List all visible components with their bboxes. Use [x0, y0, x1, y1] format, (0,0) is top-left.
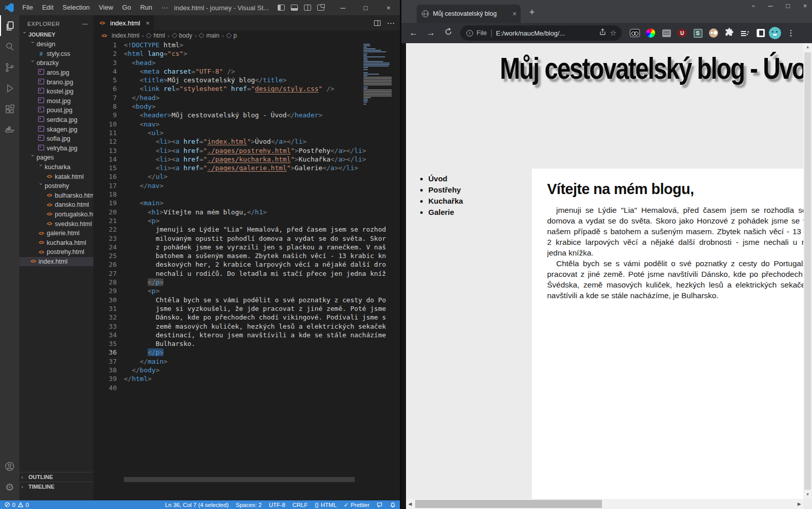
code-line-3[interactable]: 3 <head> — [93, 58, 400, 67]
scroll-right-icon[interactable]: ▶ — [795, 499, 803, 509]
tree-item-postrehy-html[interactable]: <>postrehy.html — [19, 247, 93, 257]
page-nav-link-postrehy[interactable]: Postřehy — [428, 185, 463, 194]
explorer-actions-icon[interactable]: ⋯ — [82, 21, 88, 27]
menu-go[interactable]: Go — [118, 0, 136, 15]
indent-setting[interactable]: Spaces: 2 — [236, 502, 262, 508]
code-line-32[interactable]: 32 Dánsko, kde po přechodech chodí vikin… — [93, 313, 400, 322]
timeline-section[interactable]: › TIMELINE — [19, 482, 93, 491]
source-control-icon[interactable] — [0, 57, 19, 78]
tree-item-design[interactable]: ›design — [19, 40, 93, 49]
tree-item-poust-jpg[interactable]: poust.jpg — [19, 106, 93, 115]
horizontal-scroll-thumb[interactable] — [415, 500, 602, 508]
share-icon[interactable] — [599, 28, 606, 38]
tree-item-katak-html[interactable]: <>katak.html — [19, 172, 93, 181]
code-line-23[interactable]: 23 milovaným opustit pohodlí domova a vy… — [93, 234, 400, 243]
vscode-maximize-button[interactable]: □ — [354, 0, 377, 15]
code-line-39[interactable]: 39</html> — [93, 374, 400, 383]
new-tab-button[interactable]: + — [529, 7, 535, 18]
code-line-22[interactable]: 22 jmenuji se Lýdie "Lia" Hemalová, před… — [93, 225, 400, 234]
extension-frame-icon[interactable] — [756, 28, 766, 38]
tree-item-obrazky[interactable]: ›obrazky — [19, 58, 93, 68]
explorer-icon[interactable] — [0, 15, 19, 36]
browser-maximize-button[interactable]: □ — [786, 2, 790, 10]
menu-selection[interactable]: Selection — [58, 0, 94, 15]
toggle-secondary-sidebar-icon[interactable] — [304, 5, 311, 11]
code-line-36[interactable]: 36 </p> — [93, 348, 400, 357]
code-line-31[interactable]: 31 jsme si vyzkoušeli, že jde pracovat z… — [93, 304, 400, 313]
browser-tab-close-icon[interactable]: × — [513, 10, 517, 18]
split-editor-icon[interactable] — [374, 20, 381, 26]
run-debug-icon[interactable] — [0, 78, 19, 99]
menu-file[interactable]: File — [18, 0, 38, 15]
code-line-12[interactable]: 12 <li><a href="index.html">Úvod</a></li… — [93, 137, 400, 146]
site-info-icon[interactable]: i — [466, 30, 473, 37]
feedback-icon[interactable] — [377, 502, 383, 508]
tree-item-sofia-jpg[interactable]: sofia.jpg — [19, 134, 93, 144]
errors-icon[interactable] — [4, 502, 10, 508]
tree-item-aros-jpg[interactable]: aros.jpg — [19, 68, 93, 78]
menu-view[interactable]: View — [94, 0, 118, 15]
breadcrumb-html[interactable]: html — [146, 32, 165, 39]
code-line-15[interactable]: 15 <li><a href="./pages/galerie.html">Ga… — [93, 164, 400, 172]
tree-item-galerie-html[interactable]: <>galerie.html — [19, 229, 93, 238]
extension-goggles-icon[interactable] — [630, 28, 640, 38]
breadcrumb-body[interactable]: body — [172, 32, 192, 39]
breadcrumb-p[interactable]: p — [226, 32, 237, 39]
tree-item-velryba-jpg[interactable]: velryba.jpg — [19, 144, 93, 153]
browser-minimize-button[interactable]: ─ — [768, 2, 772, 10]
code-line-30[interactable]: 30 Chtěla bych se s vámi podělit o své p… — [93, 296, 400, 304]
code-line-4[interactable]: 4 <meta charset="UTF-8" /> — [93, 67, 400, 76]
code-line-6[interactable]: 6 <link rel="stylesheet" href="design/st… — [93, 84, 400, 93]
extension-monkey-icon[interactable] — [708, 28, 719, 38]
code-line-8[interactable]: 8 <body> — [93, 102, 400, 111]
tree-item-portugalsko-html[interactable]: <>portugalsko.html — [19, 210, 93, 219]
code-line-40[interactable]: 40 — [93, 384, 400, 392]
tree-item-kucharka-html[interactable]: <>kucharka.html — [19, 238, 93, 247]
code-line-24[interactable]: 24 z pohádek jsme se vyrazili jen s plac… — [93, 243, 400, 251]
eol-setting[interactable]: CRLF — [292, 502, 308, 508]
extension-color-wheel-icon[interactable] — [646, 28, 656, 38]
tab-index-html[interactable]: <> index.html × — [93, 15, 154, 30]
forward-button[interactable]: → — [424, 28, 438, 38]
scroll-left-icon[interactable]: ◀ — [406, 499, 414, 509]
tree-item-kostel-jpg[interactable]: kostel.jpg — [19, 87, 93, 97]
warnings-count[interactable]: 0 — [25, 502, 28, 508]
browser-menu-kebab-icon[interactable]: ⋮ — [787, 28, 795, 38]
code-line-33[interactable]: 33 země masových kuliček, hezkých lesů a… — [93, 322, 400, 331]
cursor-position[interactable]: Ln 36, Col 7 (4 selected) — [165, 502, 228, 508]
code-editor[interactable]: 1<!DOCTYPE html>2<html lang="cs">3 <head… — [93, 41, 400, 500]
encoding[interactable]: UTF-8 — [269, 502, 286, 508]
code-line-38[interactable]: 38 </body> — [93, 366, 400, 374]
tree-item-index-html[interactable]: <>index.html — [19, 257, 93, 267]
tree-item-serdica-jpg[interactable]: serdica.jpg — [19, 115, 93, 125]
extension-stylus-icon[interactable]: S — [693, 28, 703, 38]
vertical-scroll-thumb[interactable] — [804, 52, 811, 490]
tree-root-journey[interactable]: › JOURNEY — [19, 29, 93, 40]
scroll-down-icon[interactable]: ▼ — [803, 491, 812, 499]
tree-item-svedsko-html[interactable]: <>svedsko.html — [19, 219, 93, 229]
notifications-bell-icon[interactable] — [390, 502, 396, 508]
code-line-27[interactable]: 27 nechali u rodičů. Do letadla mi stačí… — [93, 269, 400, 278]
browser-tab[interactable]: Můj cestovatelský blog × — [417, 5, 521, 23]
breadcrumb-main[interactable]: main — [199, 32, 219, 39]
code-line-29[interactable]: 29 <p> — [93, 287, 400, 295]
scroll-up-icon[interactable]: ▲ — [803, 43, 812, 51]
vscode-close-button[interactable]: × — [377, 0, 400, 15]
code-line-26[interactable]: 26 deskových her, 2 krabice larpových vě… — [93, 260, 400, 269]
tab-close-icon[interactable]: × — [146, 19, 150, 27]
extension-puzzle-icon[interactable] — [724, 28, 734, 38]
language-mode[interactable]: {} HTML — [315, 502, 336, 508]
page-nav-link-uvod[interactable]: Úvod — [428, 174, 463, 183]
tree-item-styly-css[interactable]: #styly.css — [19, 49, 93, 59]
code-line-2[interactable]: 2<html lang="cs"> — [93, 49, 400, 58]
vscode-minimize-button[interactable]: ─ — [331, 0, 354, 15]
tab-search-chevron-icon[interactable]: › — [750, 5, 757, 7]
tree-item-most-jpg[interactable]: most.jpg — [19, 97, 93, 106]
horizontal-scrollbar[interactable]: ◀ ▶ — [406, 499, 803, 509]
page-nav-link-kucharka[interactable]: Kuchařka — [428, 197, 463, 205]
code-line-21[interactable]: 21 <p> — [93, 216, 400, 225]
tree-item-pages[interactable]: ›pages — [19, 153, 93, 163]
code-line-1[interactable]: 1<!DOCTYPE html> — [93, 41, 400, 49]
extension-notes-icon[interactable] — [661, 28, 671, 38]
back-button[interactable]: ← — [407, 28, 421, 38]
